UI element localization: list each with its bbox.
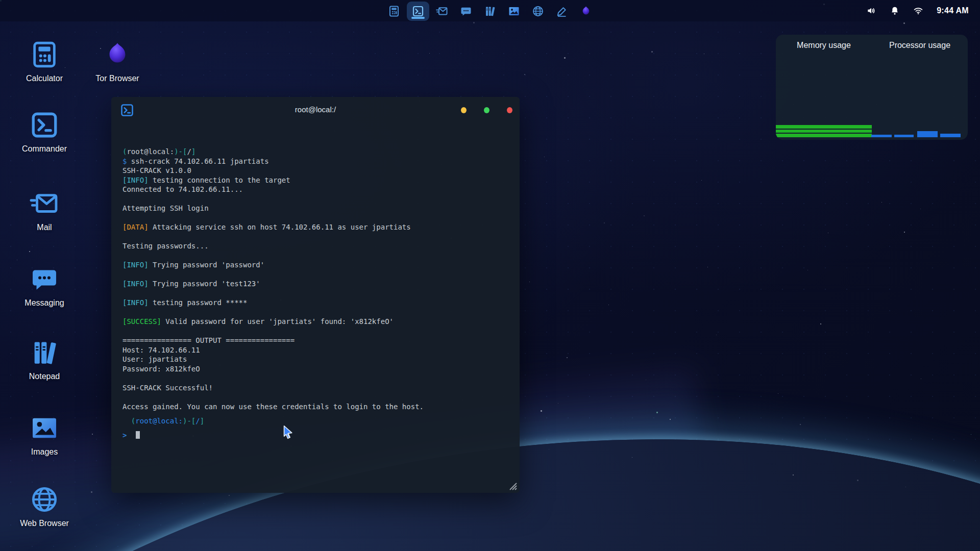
star: [564, 57, 566, 59]
system-tray: 9:44 AM: [866, 0, 969, 21]
taskbar-app-web-browser[interactable]: [527, 2, 549, 21]
terminal-text: SSH-CRACK v1.0.0: [122, 166, 191, 174]
close-button[interactable]: [507, 107, 512, 113]
taskbar-app-calculator[interactable]: [383, 2, 405, 21]
terminal-line: ================ OUTPUT ================: [122, 336, 508, 345]
desktop-icon-label: Web Browser: [20, 519, 69, 528]
processor-usage-label: Processor usage: [872, 41, 968, 50]
terminal-text: /: [187, 147, 191, 156]
terminal-text: Host: 74.102.66.11: [122, 346, 200, 354]
desktop-icon-web-browser[interactable]: Web Browser: [11, 485, 78, 528]
memory-usage-bar: [776, 134, 872, 137]
processor-usage-bar: [894, 135, 914, 137]
taskbar-app-tor-browser[interactable]: [575, 2, 597, 21]
desktop-icon-label: Mail: [37, 223, 52, 232]
web-browser-icon: [532, 5, 544, 17]
taskbar-app-messaging[interactable]: [455, 2, 477, 21]
minimize-button[interactable]: [461, 107, 467, 113]
terminal-text: /: [195, 417, 200, 425]
taskbar-app-editor[interactable]: [551, 2, 573, 21]
desktop-icon-tor-browser[interactable]: Tor Browser: [84, 40, 151, 83]
terminal-text: ssh-crack 74.102.66.11 jpartiats: [127, 157, 268, 165]
notifications-icon[interactable]: [890, 6, 900, 16]
terminal-text: root@local:: [127, 147, 174, 156]
terminal-text: root@local:: [135, 417, 183, 425]
star: [541, 410, 542, 412]
terminal-line: [122, 308, 508, 317]
star: [91, 491, 92, 493]
terminal-line: Connected to 74.102.66.11...: [122, 185, 508, 194]
terminal-line: $ ssh-crack 74.102.66.11 jpartiats: [122, 157, 508, 166]
terminal-line: [DATA] Attacking service ssh on host 74.…: [122, 222, 508, 232]
taskbar: 9:44 AM: [0, 0, 980, 21]
terminal-line: [122, 327, 508, 336]
terminal-text: testing password *****: [149, 298, 248, 307]
maximize-button[interactable]: [484, 107, 489, 113]
terminal-text: [INFO]: [122, 298, 149, 307]
terminal-text: Attacking service ssh on host 74.102.66.…: [149, 223, 411, 231]
wifi-icon[interactable]: [913, 6, 923, 16]
star: [524, 74, 525, 75]
terminal-line: Password: x812kfeO: [122, 364, 508, 374]
terminal-line: [INFO] Trying password 'password': [122, 260, 508, 270]
desktop-icon-messaging[interactable]: Messaging: [11, 264, 78, 308]
taskbar-app-commander[interactable]: [407, 2, 429, 21]
desktop-icon-label: Commander: [22, 144, 67, 154]
desktop-icon-mail[interactable]: Mail: [11, 189, 78, 232]
desktop-icon-label: Notepad: [29, 372, 60, 381]
terminal-text: [INFO]: [122, 280, 149, 288]
tor-browser-icon: [580, 5, 592, 17]
desktop-icon-images[interactable]: Images: [11, 413, 78, 457]
terminal-text: Trying password 'password': [149, 261, 265, 269]
memory-usage-bar: [776, 125, 872, 129]
terminal-line: >: [122, 431, 508, 440]
desktop-icon-label: Images: [31, 447, 58, 457]
terminal-text: )-[: [183, 417, 195, 425]
terminal-line: [122, 251, 508, 261]
taskbar-app-notepad[interactable]: [479, 2, 501, 21]
memory-usage-graph: [776, 124, 872, 137]
desktop-icon-label: Calculator: [26, 74, 63, 83]
terminal-text: Testing passwords...: [122, 242, 209, 250]
taskbar-app-images[interactable]: [503, 2, 525, 21]
terminal-line: [INFO] testing password *****: [122, 298, 508, 308]
terminal-text: SSH-CRACK Successful!: [122, 384, 213, 392]
terminal-titlebar[interactable]: root@local:/: [111, 97, 520, 123]
desktop-icon-notepad[interactable]: Notepad: [11, 338, 78, 381]
taskbar-app-mail[interactable]: [431, 2, 453, 21]
images-icon: [508, 5, 520, 17]
terminal-text: )-[: [174, 147, 187, 156]
terminal-line: [122, 232, 508, 242]
desktop-icon-commander[interactable]: Commander: [11, 110, 78, 154]
calculator-icon: [30, 40, 59, 69]
commander-icon: [412, 5, 424, 17]
terminal-line: Access gained. You can now use these cre…: [122, 402, 508, 412]
messaging-icon: [30, 264, 59, 294]
terminal-line: (root@local:)-[/]: [122, 147, 508, 157]
terminal-text: Valid password for user 'jpartiats' foun…: [161, 317, 394, 325]
star: [29, 251, 30, 252]
star: [473, 22, 475, 23]
volume-icon[interactable]: [866, 6, 876, 16]
images-icon: [30, 413, 59, 443]
terminal-line: [SUCCESS] Valid password for user 'jpart…: [122, 317, 508, 327]
notepad-icon: [30, 338, 59, 367]
terminal-text: ]: [191, 147, 195, 156]
desktop-icon-calculator[interactable]: Calculator: [11, 40, 78, 83]
clock: 9:44 AM: [937, 6, 969, 15]
terminal-line: Host: 74.102.66.11: [122, 345, 508, 355]
star: [656, 412, 658, 413]
calculator-icon: [388, 5, 400, 17]
processor-usage-bar: [871, 135, 892, 137]
terminal-line: [122, 289, 508, 298]
notepad-icon: [484, 5, 496, 17]
terminal-line: [INFO] testing connection to the target: [122, 176, 508, 185]
commander-icon: [30, 110, 59, 140]
window-title: root@local:/: [111, 105, 520, 114]
resize-handle-icon[interactable]: [507, 480, 517, 490]
terminal-text: Connected to 74.102.66.11...: [122, 185, 243, 193]
terminal-text: User: jpartiats: [122, 355, 187, 363]
taskbar-app-list: [383, 0, 597, 21]
terminal-output[interactable]: (root@local:)-[/]$ ssh-crack 74.102.66.1…: [111, 123, 520, 440]
mail-icon: [436, 5, 448, 17]
